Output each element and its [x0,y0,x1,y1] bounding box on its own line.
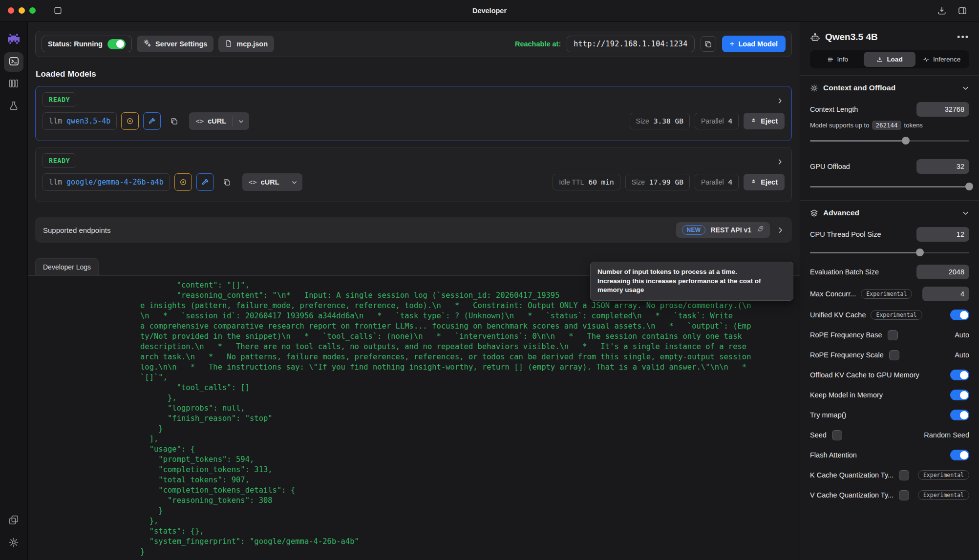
server-status-bar: Status: Running Server Settings mcp.json… [35,31,792,57]
evaluation-batch-size-label: Evaluation Batch Size [810,268,879,276]
hammer-tool-icon[interactable] [196,173,214,191]
minimize-window-button[interactable] [19,7,25,14]
tab-developer-logs[interactable]: Developer Logs [35,258,99,275]
model-name-link[interactable]: qwen3.5-4b [66,117,110,125]
unified-kv-cache-toggle[interactable] [950,310,969,320]
chevron-down-icon[interactable] [286,173,302,191]
sidebar-item-developer[interactable] [4,52,23,72]
left-rail [0,22,28,560]
gpu-offload-slider[interactable] [810,183,969,190]
eject-icon [750,178,757,186]
offload-kv-cache-toggle[interactable] [950,370,969,380]
parallel-chip: Parallel 4 [695,113,739,129]
status-badge: READY [43,153,76,168]
max-tokens-chip: 262144 [872,121,901,130]
columns-icon [8,78,19,91]
chevron-down-icon[interactable] [233,112,249,130]
developer-logs-panel[interactable]: "content": "[]", "reasoning_content": "\… [28,276,800,560]
eject-icon [750,117,757,125]
parallel-chip: Parallel 4 [695,174,739,190]
tab-load[interactable]: Load [864,52,916,67]
server-status-label: Status: Running [48,40,103,48]
sidebar-item-chat[interactable] [4,30,23,49]
server-settings-button[interactable]: Server Settings [137,36,213,52]
curl-split-button[interactable]: <> cURL [189,112,249,130]
mcp-json-button[interactable]: mcp.json [218,36,274,52]
context-length-slider[interactable] [810,137,969,145]
tooltip-line-2: Increasing this increases performance at… [597,277,786,295]
eject-button[interactable]: Eject [744,174,785,190]
try-mmap-toggle[interactable] [950,410,969,420]
hammer-tool-icon[interactable] [143,112,161,130]
rocket-icon [756,225,764,235]
close-window-button[interactable] [8,7,14,14]
copy-icon[interactable] [165,112,183,130]
tab-info[interactable]: Info [811,52,864,67]
sidebar-item-settings[interactable] [4,534,23,553]
parallel-label: Parallel [701,117,724,125]
k-cache-quantization-checkbox[interactable] [899,470,909,480]
cpu-thread-pool-slider[interactable] [810,249,969,256]
chevron-right-icon[interactable] [777,227,784,234]
rope-frequency-base-value: Auto [955,331,969,339]
stacked-windows-icon [8,515,19,527]
rest-api-badge[interactable]: NEW REST API v1 [676,222,770,238]
rope-frequency-base-checkbox[interactable] [888,330,898,340]
download-icon[interactable] [937,6,947,16]
rope-frequency-scale-checkbox[interactable] [889,350,899,360]
chevron-down-icon[interactable] [962,84,969,92]
code-icon: <> [195,117,204,125]
copy-icon[interactable] [218,173,236,191]
supports-suffix: tokens [904,122,923,129]
context-length-label: Context Length [810,105,858,113]
experimental-badge: Experimental [861,289,912,299]
flash-attention-toggle[interactable] [950,450,969,460]
visibility-eye-icon[interactable] [121,112,139,130]
gear-icon [810,84,818,92]
cpu-thread-pool-field[interactable]: 12 [916,227,969,242]
eject-button[interactable]: Eject [744,113,785,129]
load-model-button[interactable]: + Load Model [722,36,786,52]
parallel-value: 4 [728,117,733,125]
supported-endpoints-row[interactable]: Supported endpoints NEW REST API v1 [35,217,792,243]
model-name-link[interactable]: google/gemma-4-26b-a4b [66,178,164,187]
keep-model-in-memory-toggle[interactable] [950,390,969,400]
v-cache-quantization-checkbox[interactable] [899,490,909,500]
visibility-eye-icon[interactable] [174,173,192,191]
max-concurrent-field[interactable]: 4 [922,287,969,301]
chevron-right-icon[interactable] [776,158,784,166]
sidebar-item-windows[interactable] [4,511,23,531]
left-sidebar-toggle-icon[interactable] [53,6,63,15]
plus-icon: + [730,39,735,49]
load-model-label: Load Model [738,40,778,48]
section-title: Advanced [823,208,859,217]
section-advanced[interactable]: Advanced [810,208,969,217]
gpu-offload-field[interactable]: 32 [916,159,969,174]
more-options-icon[interactable]: ••• [957,32,969,42]
idle-ttl-label: Idle TTL [559,178,584,186]
parallel-label: Parallel [701,178,724,186]
tab-inference[interactable]: Inference [915,52,968,67]
sidebar-item-discover[interactable] [4,97,23,117]
seed-checkbox[interactable] [832,430,842,440]
chevron-down-icon[interactable] [962,209,969,217]
gears-icon [143,39,151,49]
sidebar-item-my-models[interactable] [4,75,23,94]
model-card-gemma[interactable]: READY llm google/gemma-4-26b-a4b [35,147,792,202]
model-card-qwen[interactable]: READY llm qwen3.5-4b [35,86,792,141]
model-identifier-pill: llm qwen3.5-4b [43,112,117,130]
section-context-and-offload[interactable]: Context and Offload [810,83,969,92]
right-panel-toggle-icon[interactable] [958,6,967,16]
log-output[interactable]: "content": "[]", "reasoning_content": "\… [28,276,800,560]
size-chip: Size 17.99 GB [625,174,690,190]
chevron-right-icon[interactable] [776,97,784,104]
maximize-window-button[interactable] [29,7,36,14]
page-title: Developer [0,7,979,15]
server-running-toggle[interactable] [107,39,126,49]
evaluation-batch-size-field[interactable]: 2048 [916,265,969,279]
panel-model-title: Qwen3.5 4B [825,32,878,42]
curl-split-button[interactable]: <> cURL [242,173,302,191]
server-url-field[interactable]: http://192.168.1.104:1234 [567,36,694,52]
context-length-field[interactable]: 32768 [916,102,969,117]
copy-url-icon[interactable] [701,36,716,52]
